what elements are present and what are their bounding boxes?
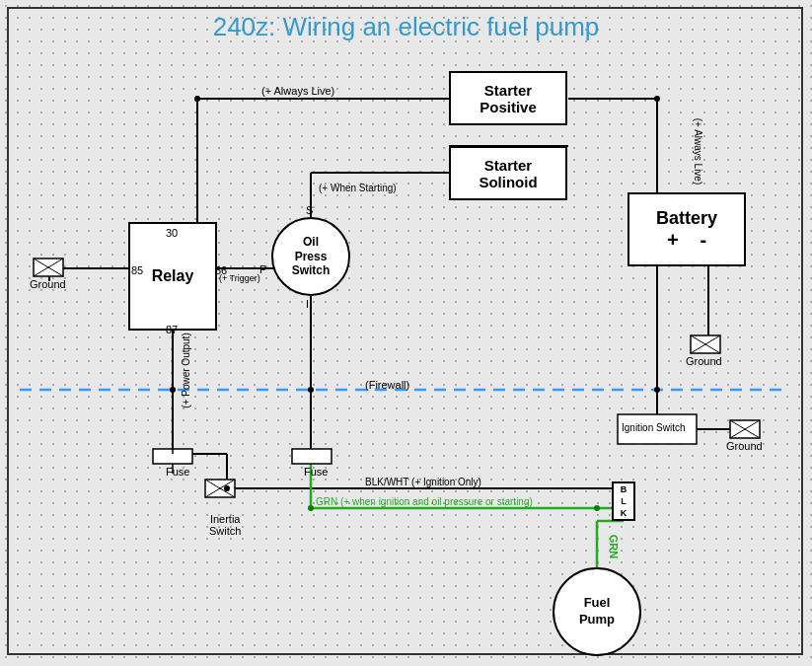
fuel-pump-label: FuelPump bbox=[579, 595, 615, 629]
svg-rect-41 bbox=[730, 420, 760, 438]
svg-rect-27 bbox=[153, 449, 192, 464]
firewall-label: (Firewall) bbox=[365, 379, 409, 391]
oil-pin-i: I bbox=[306, 298, 309, 310]
diagram-container: 240z: Wiring an electric fuel pump bbox=[0, 0, 812, 666]
svg-point-49 bbox=[308, 505, 314, 511]
battery-plus-sign: + bbox=[667, 229, 679, 252]
svg-point-48 bbox=[654, 387, 660, 393]
trigger-label: (+ Trigger) bbox=[219, 273, 260, 283]
oil-pin-p: P bbox=[259, 263, 266, 275]
ignition-switch-label: Ignition Switch bbox=[622, 422, 685, 433]
battery-box: Battery + - bbox=[627, 192, 746, 266]
svg-point-44 bbox=[654, 96, 660, 102]
relay-label: Relay bbox=[152, 267, 194, 285]
always-live-top-label: (+ Always Live) bbox=[261, 85, 334, 97]
svg-rect-31 bbox=[205, 480, 235, 497]
fuse-right-label: Fuse bbox=[304, 466, 328, 478]
svg-point-45 bbox=[194, 96, 200, 102]
starter-solenoid-label: StarterSolinoid bbox=[479, 157, 537, 190]
blk-wht-label: BLK/WHT (+ Ignition Only) bbox=[365, 477, 481, 487]
svg-line-37 bbox=[34, 259, 63, 276]
oil-press-switch: OilPressSwitch bbox=[271, 217, 350, 296]
svg-rect-38 bbox=[691, 335, 720, 353]
inertia-switch-label: InertiaSwitch bbox=[209, 513, 241, 537]
svg-line-39 bbox=[691, 335, 720, 353]
svg-rect-35 bbox=[34, 259, 63, 276]
svg-rect-30 bbox=[292, 449, 332, 464]
grn-label: GRN (+ when ignition and oil pressure or… bbox=[316, 496, 533, 507]
starter-positive-box: StarterPositive bbox=[449, 71, 567, 125]
svg-point-51 bbox=[224, 485, 230, 491]
oil-pin-s: S bbox=[306, 204, 313, 216]
svg-line-42 bbox=[730, 420, 760, 438]
page-title: 240z: Wiring an electric fuel pump bbox=[213, 12, 600, 42]
starter-solenoid-box: StarterSolinoid bbox=[449, 146, 567, 200]
when-starting-label: (+ When Starting) bbox=[319, 183, 397, 193]
fuel-pump: FuelPump bbox=[553, 567, 641, 656]
blk-k: K bbox=[621, 508, 627, 518]
svg-line-33 bbox=[205, 480, 235, 497]
svg-point-47 bbox=[308, 387, 314, 393]
blk-connector: B L K bbox=[612, 481, 635, 521]
relay-pin-85: 85 bbox=[131, 264, 143, 276]
fuse-left-label: Fuse bbox=[166, 466, 189, 478]
starter-positive-label: StarterPositive bbox=[480, 82, 537, 115]
ground-battery-label: Ground bbox=[686, 355, 722, 367]
svg-line-32 bbox=[205, 480, 235, 497]
grn-vertical-label: GRN bbox=[608, 535, 620, 558]
blk-l: L bbox=[621, 496, 627, 506]
ground-ignition-label: Ground bbox=[726, 440, 763, 452]
svg-point-50 bbox=[594, 505, 600, 511]
relay-pin-30: 30 bbox=[166, 227, 178, 239]
always-live-right-label: (+ Always Live) bbox=[693, 118, 703, 185]
svg-point-46 bbox=[170, 387, 176, 393]
ground-relay-label: Ground bbox=[30, 278, 66, 290]
svg-line-40 bbox=[691, 335, 720, 353]
svg-line-43 bbox=[730, 420, 760, 438]
power-output-label: (+ Power Output) bbox=[181, 333, 191, 407]
relay-pin-87: 87 bbox=[166, 324, 178, 335]
svg-rect-0 bbox=[8, 8, 802, 654]
blk-b: B bbox=[621, 484, 627, 494]
battery-label: Battery bbox=[656, 208, 717, 229]
svg-line-36 bbox=[34, 259, 63, 276]
battery-minus-sign: - bbox=[700, 229, 706, 252]
